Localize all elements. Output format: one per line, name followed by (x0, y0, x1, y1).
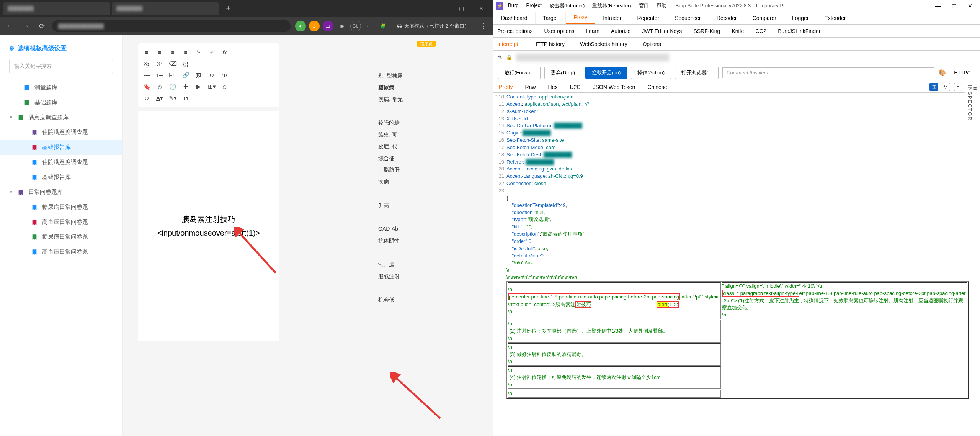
bookmark-icon[interactable]: 🔖 (143, 83, 150, 90)
open-browser-button[interactable]: 打开浏览器(... (675, 67, 719, 79)
link-icon[interactable]: 🔗 (182, 72, 189, 79)
tab-repeater[interactable]: Repeater (629, 12, 667, 24)
subscript-icon[interactable]: X₂ (143, 60, 150, 67)
inspector-tab[interactable]: ≡ INSPECTOR (965, 80, 980, 234)
tab[interactable]: BurpJSLinkFinder (778, 28, 820, 34)
tool-icon[interactable]: fx (221, 49, 229, 56)
tab[interactable]: HTTP history (533, 41, 564, 47)
tab-proxy[interactable]: Proxy (566, 11, 595, 24)
list-icon[interactable]: •─ (143, 72, 150, 79)
close-icon[interactable]: ✕ (962, 3, 978, 9)
sidebar-item[interactable]: 高血压日常问卷题 (0, 244, 122, 259)
play-icon[interactable]: ▶ (195, 83, 203, 90)
tab[interactable]: Options (642, 41, 661, 47)
color-icon[interactable]: 🎨 (938, 69, 946, 76)
tool-icon[interactable]: ≡ (143, 49, 150, 56)
tab-decoder[interactable]: Decoder (709, 12, 745, 24)
code-icon[interactable]: {;} (182, 61, 189, 67)
tab-sequencer[interactable]: Sequencer (667, 12, 709, 24)
clock-icon[interactable]: 🕐 (169, 83, 176, 90)
ext-badge[interactable]: 2 (309, 21, 320, 31)
close-icon[interactable]: ✕ (472, 3, 490, 14)
sidebar-item[interactable]: 测量题库 (0, 80, 122, 95)
tab[interactable]: SSRF-King (693, 28, 720, 34)
extensions-icon[interactable]: 🧩 (378, 21, 389, 31)
tool-icon[interactable]: ⌫ (169, 60, 176, 67)
tab-target[interactable]: Target (536, 12, 566, 24)
action-button[interactable]: 操作(Action) (631, 67, 671, 79)
view-tab[interactable]: Pretty (499, 84, 513, 90)
view-tab[interactable]: Raw (525, 84, 536, 90)
request-editor[interactable]: 9 10 11 12 13 14 15 16 17 18 19 20 21 22… (493, 93, 980, 436)
editor-textarea[interactable]: 胰岛素注射技巧 <input/onmouseover=alert(1)> (138, 111, 279, 341)
tab[interactable]: User options (544, 28, 575, 34)
menu-item[interactable]: 帮助 (653, 2, 670, 10)
menu-icon[interactable]: ⋮ (478, 22, 489, 30)
url-input[interactable]: ██████████████ (52, 20, 291, 32)
sidebar-item[interactable]: 基础报告库 (0, 140, 122, 155)
ext-icon[interactable]: ⬚ (364, 21, 375, 31)
minimize-icon[interactable]: — (930, 3, 946, 9)
tab[interactable]: JWT Editor Keys (642, 28, 682, 34)
sidebar-item[interactable]: 糖尿病日常问卷题 (0, 229, 122, 244)
sidebar-item[interactable]: 糖尿病日常问卷题 (0, 200, 122, 215)
tab-dashboard[interactable]: Dashboard (493, 12, 536, 24)
omega-icon[interactable]: Ω (143, 95, 150, 102)
table-icon[interactable]: ⊞▾ (208, 83, 216, 90)
http-version[interactable]: HTTP/1 (950, 68, 975, 77)
tab-extender[interactable]: Extender (817, 12, 854, 24)
sidebar-item[interactable]: 住院满意度调查题 (0, 125, 122, 140)
numlist-icon[interactable]: 1─ (156, 72, 163, 79)
tool-icon[interactable]: ⤷ (195, 49, 203, 56)
browser-tab[interactable]: ████████ (3, 2, 110, 15)
edit-icon[interactable]: ✎ (498, 54, 502, 60)
newline-icon[interactable]: \n (942, 83, 950, 91)
menu-item[interactable]: Burp (505, 2, 521, 10)
ext-icon[interactable]: ● (295, 21, 306, 31)
tool-icon[interactable]: ⤶ (208, 49, 216, 56)
tab-comparer[interactable]: Comparer (745, 12, 784, 24)
tool-icon[interactable]: ⎋ (156, 84, 163, 90)
highlight-icon[interactable]: ✎▾ (169, 95, 176, 102)
emoji-icon[interactable]: ☺ (221, 84, 229, 90)
tab[interactable]: Learn (586, 28, 599, 34)
maximize-icon[interactable]: ▢ (452, 3, 470, 14)
ext-icon[interactable]: Cb (350, 21, 361, 31)
tool-icon[interactable]: ≡ (182, 49, 189, 56)
view-tab[interactable]: U2C (570, 84, 581, 90)
drop-button[interactable]: 丢弃(Drop) (544, 67, 581, 79)
maximize-icon[interactable]: ▢ (946, 3, 962, 9)
tool-icon[interactable]: ✚ (182, 83, 189, 90)
ext-icon[interactable]: ◉ (336, 21, 347, 31)
comment-input[interactable]: Comment this item (722, 67, 934, 78)
browser-tab[interactable]: ████████ (112, 2, 219, 15)
minimize-icon[interactable]: — (433, 3, 450, 14)
forward-icon[interactable]: → (20, 22, 31, 30)
view-tab[interactable]: JSON Web Token (593, 84, 635, 90)
ext-badge[interactable]: 10 (323, 21, 333, 31)
tab[interactable]: Intercept (497, 41, 518, 47)
tab[interactable]: CO2 (755, 28, 766, 34)
eye-icon[interactable]: 👁 (221, 72, 229, 79)
sidebar-item[interactable]: 高血压日常问卷题 (0, 215, 122, 229)
new-tab-button[interactable]: + (220, 3, 236, 13)
hamburger-icon[interactable]: ≡ (954, 83, 962, 91)
image-icon[interactable]: 🖼 (195, 72, 203, 79)
menu-item[interactable]: Project (523, 2, 544, 10)
tab[interactable]: Project options (497, 28, 533, 34)
tab[interactable]: WebSockets history (580, 41, 627, 47)
intercept-toggle[interactable]: 拦截开启(on) (585, 67, 627, 79)
view-tab[interactable]: Chinese (647, 84, 667, 90)
tab[interactable]: Knife (732, 28, 744, 34)
forward-button[interactable]: 放行(Forwa... (498, 67, 541, 79)
view-tab[interactable]: Hex (548, 84, 558, 90)
omega-icon[interactable]: Ω (208, 72, 216, 79)
tab[interactable]: Autorize (611, 28, 630, 34)
checklist-icon[interactable]: ☑─ (169, 72, 176, 79)
sidebar-item[interactable]: 基础题库 (0, 95, 122, 110)
superscript-icon[interactable]: X² (156, 61, 163, 67)
menu-item[interactable]: 窗口 (636, 2, 652, 10)
font-color-icon[interactable]: A▾ (156, 95, 163, 102)
reload-icon[interactable]: ⟳ (36, 22, 47, 30)
sidebar-item[interactable]: 基础报告库 (0, 170, 122, 185)
